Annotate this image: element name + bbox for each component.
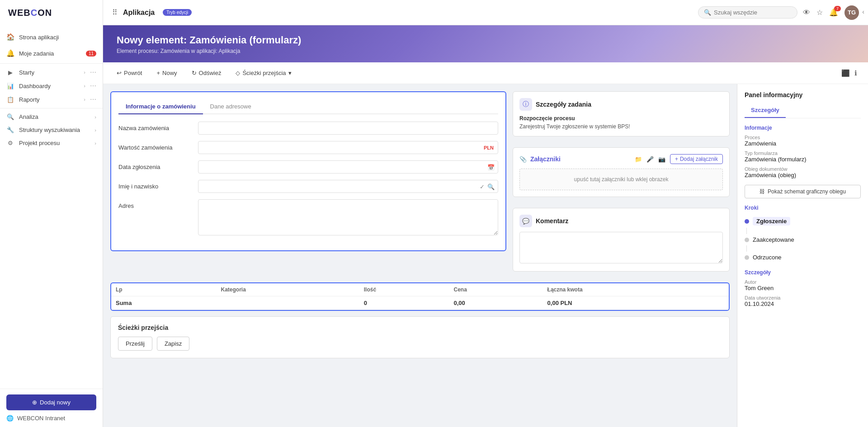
show-schema-button[interactable]: ⛓ Pokaż schemat graficzny obiegu <box>745 185 861 198</box>
zapisz-button[interactable]: Zapisz <box>157 337 189 351</box>
col-kategoria: Kategoria <box>217 283 359 296</box>
grid-icon[interactable]: ⠿ <box>112 8 118 17</box>
avatar[interactable]: TG <box>844 5 859 20</box>
webcon-intranet-link[interactable]: 🌐 WEBCON Intranet <box>6 410 96 422</box>
table-header-row: Lp Kategoria Ilość Cena Łączna kwota <box>111 283 729 296</box>
form-toolbar: ↩ Powrót + Nowy ↻ Odśwież ◇ Ścieżki prze… <box>103 62 868 84</box>
attach-icons: 📁 🎤 📷 + Dodaj załącznik <box>635 154 723 164</box>
info-row-date: Data utworzenia 01.10.2024 <box>745 295 861 307</box>
sidebar-item-zadania[interactable]: 🔔 Moje zadania 11 <box>0 45 103 61</box>
field-input-wrap-imie: ✓ 🔍 <box>198 180 498 193</box>
task-card: ⓘ Szczegóły zadania Rozpoczęcie procesu … <box>513 91 730 136</box>
input-data[interactable] <box>198 160 498 174</box>
sidebar-item-struktury[interactable]: 🔧 Struktury wyszukiwania › <box>0 123 103 136</box>
sum-label: Suma <box>111 296 217 310</box>
sidebar-item-label: Moje zadania <box>19 50 81 57</box>
task-card-header: ⓘ Szczegóły zadania <box>519 98 723 111</box>
sidebar-item-label: Dashboardy <box>19 83 79 89</box>
przeslij-button[interactable]: Prześlij <box>118 337 152 351</box>
search-person-icon[interactable]: 🔍 <box>487 183 495 190</box>
obieg-label: Obieg dokumentów <box>745 166 861 172</box>
diamond-icon: ◇ <box>236 70 240 76</box>
table-card: Lp Kategoria Ilość Cena Łączna kwota Sum… <box>110 282 730 311</box>
info-icon-button[interactable]: ℹ <box>854 69 857 77</box>
comment-icon: 💬 <box>519 215 532 227</box>
dashboard-icon: 📊 <box>6 83 14 89</box>
body-layout: Informacje o zamówieniu Dane adresowe Na… <box>103 84 868 427</box>
input-nazwa[interactable] <box>198 122 498 135</box>
field-label-wartosc: Wartość zamówienia <box>118 141 191 151</box>
notification-icon[interactable]: 🔔 7 <box>829 8 838 17</box>
data-table: Lp Kategoria Ilość Cena Łączna kwota Sum… <box>111 283 729 310</box>
input-imie[interactable] <box>198 180 498 193</box>
right-panel: Panel informacyjny Szczegóły Informacje … <box>737 84 868 427</box>
folder-icon[interactable]: 📁 <box>635 156 642 163</box>
attachments-card: 📎 Załączniki 📁 🎤 📷 + Dodaj załącznik <box>513 147 730 197</box>
search-box[interactable]: 🔍 <box>698 6 797 19</box>
info-row-process: Proces Zamówienia <box>745 135 861 147</box>
sidebar-item-analiza[interactable]: 🔍 Analiza › <box>0 110 103 123</box>
field-input-wrap-wartosc: PLN <box>198 141 498 154</box>
step-label-zgloszenie: Zgłoszenie <box>753 217 790 225</box>
add-new-button[interactable]: ⊕ Dodaj nowy <box>6 394 96 410</box>
sidebar-item-label: Analiza <box>19 113 90 120</box>
table-sum-row: Suma 0 0,00 0,00 PLN <box>111 296 729 310</box>
star-icon[interactable]: ☆ <box>816 8 823 17</box>
tab-informacje[interactable]: Informacje o zamówieniu <box>118 99 203 114</box>
input-wartosc[interactable] <box>198 141 498 154</box>
textarea-adres[interactable] <box>198 199 498 235</box>
col-cena: Cena <box>449 283 543 296</box>
sidebar-item-projekt[interactable]: ⚙ Projekt procesu › <box>0 136 103 150</box>
monitor-icon[interactable]: 👁 <box>803 9 810 17</box>
field-data: Data zgłoszenia 📅 <box>118 160 498 174</box>
plus-icon: + <box>675 156 678 162</box>
check-icon[interactable]: ✓ <box>480 183 485 190</box>
panel-tab-szczegoly[interactable]: Szczegóły <box>745 104 786 118</box>
sidebar-item-starty[interactable]: ▶ Starty › ⋯ <box>0 66 103 79</box>
paperclip-icon: 📎 <box>519 156 527 163</box>
nav-divider <box>0 63 103 64</box>
step-label-zaakceptowane: Zaakceptowane <box>753 236 794 243</box>
search-input[interactable] <box>714 9 792 16</box>
sidebar-item-label: Starty <box>19 69 79 76</box>
sidebar-item-label: Struktury wyszukiwania <box>19 127 90 133</box>
mic-icon[interactable]: 🎤 <box>646 156 654 163</box>
back-button[interactable]: ↩ Powrót <box>114 68 145 78</box>
info-row-author: Autor Tom Green <box>745 279 861 291</box>
paths-button[interactable]: ◇ Ścieżki przejścia ▾ <box>233 68 294 78</box>
comment-card: 💬 Komentarz <box>513 208 730 272</box>
topbar: ⠿ Aplikacja Tryb edycji 🔍 👁 ☆ 🔔 7 TG <box>103 0 868 25</box>
step-zaakceptowane: Zaakceptowane <box>745 234 861 245</box>
zadania-badge: 11 <box>86 51 96 56</box>
sidebar-bottom: ⊕ Dodaj nowy 🌐 WEBCON Intranet <box>0 389 103 427</box>
panel-title: Panel informacyjny <box>745 91 861 99</box>
sidebar-item-dashboardy[interactable]: 📊 Dashboardy › ⋯ <box>0 79 103 93</box>
steps-section: Kroki Zgłoszenie Zaakceptowane Odrzucone <box>745 205 861 263</box>
chevron-right-icon: › <box>84 83 85 89</box>
sidebar-item-raporty[interactable]: 📋 Raporty › ⋯ <box>0 93 103 106</box>
calendar-icon[interactable]: 📅 <box>487 164 495 170</box>
back-icon: ↩ <box>117 70 122 76</box>
form-tabs: Informacje o zamówieniu Dane adresowe <box>118 99 498 114</box>
collapse-sidebar-button[interactable]: ‹ <box>862 8 864 15</box>
search-icon: 🔍 <box>704 9 711 16</box>
task-icon: ⓘ <box>519 98 532 111</box>
comment-textarea[interactable] <box>519 232 723 263</box>
add-attachment-button[interactable]: + Dodaj załącznik <box>670 154 723 164</box>
sciezki-buttons: Prześlij Zapisz <box>118 337 722 351</box>
export-icon-button[interactable]: ⬛ <box>841 69 850 77</box>
attach-drop-zone[interactable]: upuść tutaj załączniki lub wklej obrazek <box>519 169 723 190</box>
refresh-button[interactable]: ↻ Odśwież <box>189 68 224 78</box>
sidebar-item-strona[interactable]: 🏠 Strona aplikacji <box>0 29 103 45</box>
chevron-right-icon: › <box>94 127 96 133</box>
field-label-imie: Imię i nazwisko <box>118 180 191 190</box>
logo-area: WEBCON ‹ <box>0 0 103 25</box>
content: Nowy element: Zamówienia (formularz) Ele… <box>103 25 868 427</box>
home-icon: 🏠 <box>6 33 14 41</box>
tab-dane[interactable]: Dane adresowe <box>203 99 259 114</box>
sidebar: WEBCON ‹ 🏠 Strona aplikacji 🔔 Moje zadan… <box>0 0 103 427</box>
field-label-data: Data zgłoszenia <box>118 160 191 170</box>
table-head: Lp Kategoria Ilość Cena Łączna kwota <box>111 283 729 296</box>
camera-icon[interactable]: 📷 <box>658 156 665 163</box>
new-button[interactable]: + Nowy <box>154 68 179 78</box>
